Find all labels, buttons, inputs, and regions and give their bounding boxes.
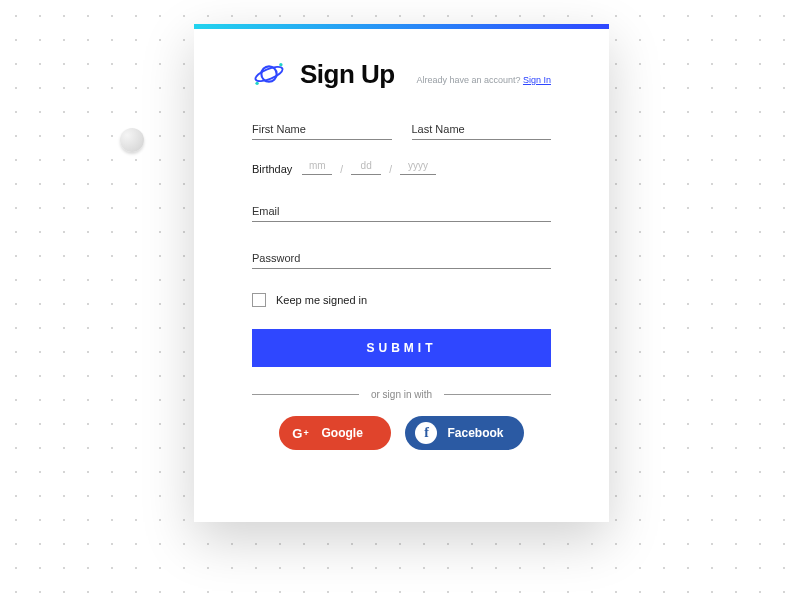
divider-line: [252, 394, 359, 395]
divider-text: or sign in with: [371, 389, 432, 400]
svg-point-3: [279, 63, 282, 66]
keep-signed-checkbox[interactable]: [252, 293, 266, 307]
birthday-year-field[interactable]: [400, 160, 436, 175]
last-name-field[interactable]: [412, 117, 552, 140]
google-signin-button[interactable]: G+ Google: [279, 416, 391, 450]
first-name-field[interactable]: [252, 117, 392, 140]
email-field[interactable]: [252, 199, 551, 222]
keep-signed-label: Keep me signed in: [276, 294, 367, 306]
submit-button[interactable]: SUBMIT: [252, 329, 551, 367]
already-have-account: Already have an account? Sign In: [416, 75, 551, 85]
birthday-label: Birthday: [252, 163, 292, 175]
social-divider: or sign in with: [252, 389, 551, 400]
facebook-button-label: Facebook: [447, 426, 503, 440]
facebook-icon: f: [415, 422, 437, 444]
signup-form: Birthday / / Keep me signed in SUBMIT: [252, 117, 551, 450]
already-text: Already have an account?: [416, 75, 523, 85]
birthday-row: Birthday / /: [252, 160, 551, 175]
signin-link[interactable]: Sign In: [523, 75, 551, 85]
card-header: Sign Up Already have an account? Sign In: [252, 57, 551, 91]
planet-icon: [252, 57, 286, 91]
page-title: Sign Up: [300, 59, 395, 90]
svg-point-2: [255, 82, 258, 85]
google-button-label: Google: [321, 426, 362, 440]
birthday-day-field[interactable]: [351, 160, 381, 175]
date-separator: /: [340, 164, 343, 175]
decorative-circle: [120, 128, 144, 152]
birthday-month-field[interactable]: [302, 160, 332, 175]
facebook-signin-button[interactable]: f Facebook: [405, 416, 523, 450]
divider-line: [444, 394, 551, 395]
password-field[interactable]: [252, 246, 551, 269]
date-separator: /: [389, 164, 392, 175]
google-plus-icon: G+: [289, 422, 311, 444]
signup-card: Sign Up Already have an account? Sign In…: [194, 24, 609, 522]
